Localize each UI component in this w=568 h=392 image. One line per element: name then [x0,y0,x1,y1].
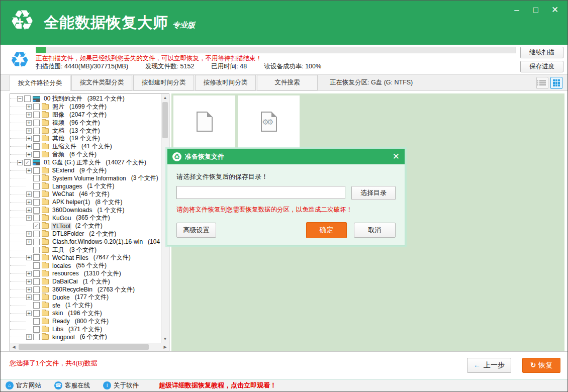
collapse-icon[interactable]: − [17,96,23,102]
expand-icon[interactable]: + [26,144,32,149]
tree-checkbox[interactable] [33,191,40,198]
tab-3[interactable]: 按修改时间分类 [195,75,256,90]
tree-item-label[interactable]: System Volume Information [51,175,127,182]
tree-item-label[interactable]: 音频 [51,150,65,159]
tree-row[interactable]: +其他(19 个文件) [10,135,161,143]
expand-icon[interactable]: + [26,208,32,213]
tree-row[interactable]: +工具(3 个文件) [10,246,161,254]
tree-checkbox[interactable]: ✓ [24,159,31,166]
expand-icon[interactable]: + [26,152,32,157]
tree-row[interactable]: +resources(1310 个文件) [10,270,161,278]
tree-checkbox[interactable] [33,215,40,221]
expand-icon[interactable]: + [26,215,32,221]
tree-item-label[interactable]: Ready [51,318,71,325]
tree-checkbox[interactable] [33,112,40,118]
tree-item-label[interactable]: Duoke [51,294,71,301]
tree-item-label[interactable]: kingpool [51,334,76,341]
tree-row[interactable]: +照片(1699 个文件) [10,103,161,111]
recover-button[interactable]: ↻恢复 [522,358,560,373]
expand-icon[interactable]: + [26,104,32,110]
tree-horizontal-scrollbar[interactable]: ◀ ▶ [10,343,169,351]
footer-link-关于软件[interactable]: i关于软件 [103,381,139,390]
tree-item-label[interactable]: resources [51,270,80,277]
hscroll-thumb[interactable] [19,344,149,350]
tree-row[interactable]: +WeChat(46 个文件) [10,190,161,199]
tree-item-label[interactable]: Libs [51,326,64,333]
tree-checkbox[interactable] [33,254,40,261]
scroll-up-icon[interactable]: ▲ [161,94,169,102]
tree-row[interactable]: −00 找到的文件(3921 个文件) [10,95,161,103]
tree-checkbox[interactable] [33,167,40,174]
tree-item-label[interactable]: locales [51,262,72,269]
tree-checkbox[interactable] [33,143,40,150]
tab-0[interactable]: 按文件路径分类 [10,75,70,91]
tree-row[interactable]: +System Volume Information(3 个文件) [10,174,161,182]
grid-view-button[interactable] [550,77,562,89]
tree-checkbox[interactable] [33,135,40,142]
expand-icon[interactable]: + [26,279,32,284]
tree-checkbox[interactable] [33,270,40,277]
vscroll-thumb[interactable] [162,102,168,138]
expand-icon[interactable]: + [26,136,32,141]
expand-icon[interactable]: + [26,128,32,134]
expand-icon[interactable]: + [26,120,32,126]
tree-row[interactable]: +Libs(371 个文件) [10,325,161,333]
tree-item-label[interactable]: 00 找到的文件 [43,94,83,103]
tree-row[interactable]: +图像(2047 个文件) [10,111,161,119]
tree-checkbox[interactable] [24,95,31,102]
tree-item-label[interactable]: 其他 [51,134,65,143]
scroll-down-icon[interactable]: ▼ [161,335,169,343]
continue-scan-button[interactable]: 继续扫描 [520,47,563,58]
tree-item-label[interactable]: 图像 [51,111,65,119]
tree-checkbox[interactable] [33,302,40,309]
tree-item-label[interactable]: 视频 [51,119,65,127]
tree-item-label[interactable]: WeChat [51,190,75,198]
tree-row[interactable]: +Duoke(177 个文件) [10,293,161,302]
tree-checkbox[interactable] [33,334,40,340]
expand-icon[interactable]: + [26,231,32,237]
tree-row[interactable]: +DaBaiCai(1 个文件) [10,277,161,285]
tree-item-label[interactable]: 照片 [51,103,65,111]
tree-row[interactable]: +Languages(1 个文件) [10,182,161,190]
expand-icon[interactable]: + [26,168,32,173]
minimize-icon[interactable]: – [511,5,522,16]
tree-checkbox[interactable] [33,199,40,206]
tab-2[interactable]: 按创建时间分类 [133,75,194,90]
tree-item-label[interactable]: $Extend [51,167,75,174]
footer-link-客服在线[interactable]: ☎客服在线 [54,381,90,390]
tree-item-label[interactable]: DTL8Folder [51,230,85,237]
expand-icon[interactable]: + [26,255,32,260]
tree-row[interactable]: +✓YLTool(2 个文件) [10,222,161,230]
tree-item-label[interactable]: YLTool [51,223,71,230]
choose-directory-button[interactable]: 选择目录 [351,186,396,200]
tree-checkbox[interactable] [33,120,40,126]
tree-row[interactable]: +APK helper(1)(8 个文件) [10,198,161,206]
tree-checkbox[interactable] [33,151,40,158]
expand-icon[interactable]: + [26,311,32,316]
tree-row[interactable]: +压缩文件(41 个文件) [10,143,161,151]
advanced-settings-button[interactable]: 高级设置 [176,223,216,238]
tree-row[interactable]: +Ready(800 个文件) [10,317,161,325]
tree-checkbox[interactable]: ✓ [33,223,40,229]
expand-icon[interactable]: + [26,287,32,292]
tree-row[interactable]: +360RecycleBin(2763 个文件) [10,285,161,293]
tree-row[interactable]: +DTL8Folder(2 个文件) [10,230,161,238]
tree-checkbox[interactable] [33,310,40,317]
tree-row[interactable]: +skin(196 个文件) [10,310,161,318]
tree-row[interactable]: +WeChat Files(7647 个文件) [10,254,161,262]
tree-row[interactable]: +视频(96 个文件) [10,119,161,127]
tree-checkbox[interactable] [33,247,40,253]
tree-item-label[interactable]: 360RecycleBin [51,286,93,293]
tutorial-promo-link[interactable]: 超级详细数据恢复教程，点击立即观看！ [159,381,276,390]
tree-row[interactable]: −✓01 G盘 (G:) 正常文件(14027 个文件) [10,158,161,166]
tree-row[interactable]: +kingpool(6 个文件) [10,333,161,341]
tree-item-label[interactable]: skin [51,310,64,317]
tree-row[interactable]: +$Extend(9 个文件) [10,166,161,174]
tree-item-label[interactable]: WeChat Files [51,254,89,261]
expand-icon[interactable]: + [26,295,32,300]
tree-item-label[interactable]: KuGou [51,215,72,222]
collapse-icon[interactable]: − [17,160,23,165]
tree-item-label[interactable]: 工具 [51,246,65,254]
save-progress-button[interactable]: 保存进度 [520,61,563,72]
tree-item-label[interactable]: sfe [51,302,61,309]
